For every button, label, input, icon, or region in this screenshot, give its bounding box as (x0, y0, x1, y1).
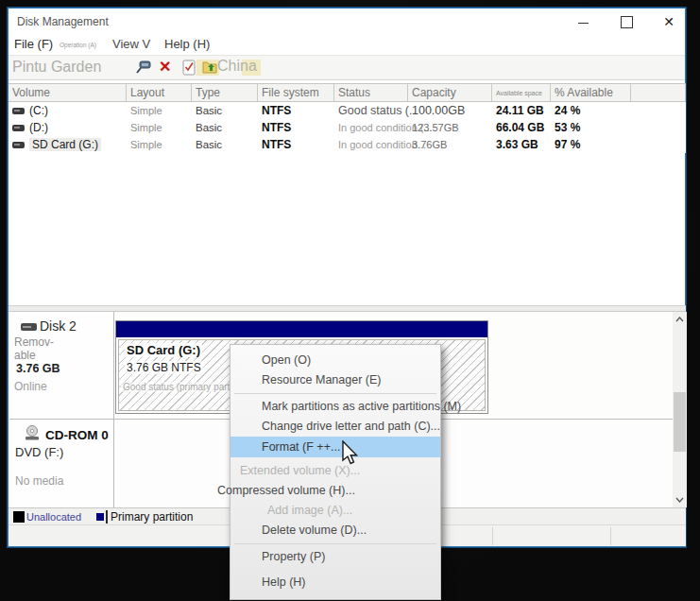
menu-file[interactable]: File (F) (14, 37, 53, 51)
volume-pct-available: 97 % (551, 138, 631, 151)
volume-available: 24.11 GB (492, 104, 551, 117)
menu-bar: File (F) Operation (A) View V Help (H) (9, 34, 685, 55)
toolbar-title: Pintu Garden (12, 59, 101, 76)
menu-item-add-image: Add image (A)... (230, 501, 440, 521)
drive-icon (12, 125, 25, 131)
desktop-background: Disk Management File (F) Operation (A) V… (0, 0, 700, 601)
volume-status: In good condition... (334, 139, 408, 150)
disk2-removable-label: Remov- able (14, 335, 54, 362)
partition-context-menu: Open (O) Resource Manager (E) Mark parti… (230, 344, 441, 600)
volume-status: Good status (.. (334, 104, 408, 117)
vertical-scrollbar[interactable] (673, 312, 687, 507)
volume-layout: Simple (127, 122, 192, 133)
cdrom-name: CD-ROM 0 (45, 428, 109, 442)
column-header-pct-available[interactable]: % Available (551, 84, 631, 101)
volume-name: (C:) (29, 104, 48, 117)
volume-name: (D:) (29, 121, 48, 134)
menu-item-compressed-volume[interactable]: Compressed volume (H)... (217, 481, 440, 501)
column-header-filler (631, 84, 686, 101)
status-bar-separator (492, 527, 493, 545)
unallocated-swatch (13, 511, 25, 523)
volume-name: SD Card (G:) (29, 138, 101, 151)
volume-capacity: 123.57GB (408, 122, 492, 133)
menu-separator (234, 543, 436, 544)
disk2-label-panel[interactable]: Disk 2 Remov- able 3.76 GB Online (9, 312, 114, 420)
volume-type: Basic (192, 122, 258, 133)
mouse-cursor (341, 440, 360, 466)
window-title: Disk Management (17, 15, 109, 28)
scroll-down-icon[interactable] (673, 492, 687, 507)
volume-capacity: 3.76GB (408, 139, 492, 150)
column-header-status[interactable]: Status (334, 84, 408, 101)
legend-primary-label: Primary partition (111, 510, 193, 524)
table-row-sd-card[interactable]: SD Card (G:) Simple Basic NTFS In good c… (9, 136, 686, 153)
column-header-type[interactable]: Type (192, 84, 258, 101)
column-header-capacity[interactable]: Capacity (408, 84, 492, 101)
menu-item-mark-active[interactable]: Mark partitions as active partitions (M) (230, 397, 440, 417)
toolbar-china-label: China (217, 58, 257, 75)
toolbar: Pintu Garden ✕ (9, 55, 685, 80)
menu-item-format[interactable]: Format (F ++... (230, 437, 440, 457)
primary-partition-color-bar (116, 321, 487, 337)
delete-x-icon[interactable]: ✕ (159, 58, 171, 76)
maximize-icon[interactable] (620, 15, 633, 28)
menu-item-help[interactable]: Help (H) (230, 573, 440, 592)
volume-layout: Simple (127, 139, 192, 150)
close-icon[interactable] (662, 15, 675, 28)
pane-divider[interactable] (9, 305, 686, 312)
cdrom-drive-letter: DVD (F:) (15, 445, 63, 459)
volume-table-body: (C:) Simple Basic NTFS Good status (.. 1… (9, 102, 686, 153)
folder-up-icon[interactable] (202, 60, 218, 78)
checklist-icon[interactable] (182, 60, 196, 79)
column-header-available-space[interactable]: Available space (492, 84, 551, 101)
scroll-up-icon[interactable] (673, 312, 687, 327)
legend-unallocated-label: Unallocated (26, 511, 81, 523)
partition-size-fs: 3.76 GB NTFS (125, 361, 203, 374)
menu-item-change-drive-letter[interactable]: Change drive letter and path (C)... (230, 417, 440, 437)
menu-item-property[interactable]: Property (P) (230, 547, 440, 567)
volume-pct-available: 24 % (551, 104, 631, 117)
menu-item-resource-manager[interactable]: Resource Manager (E) (230, 370, 440, 390)
disk2-name: Disk 2 (40, 318, 77, 334)
volume-type: Basic (192, 139, 258, 150)
volume-layout: Simple (127, 105, 192, 116)
status-bar-separator (610, 527, 611, 545)
volume-table-header: Volume Layout Type File system Status Ca… (9, 83, 686, 102)
menu-item-delete-volume[interactable]: Delete volume (D)... (230, 521, 440, 541)
volume-file-system: NTFS (258, 121, 334, 134)
volume-file-system: NTFS (258, 138, 334, 151)
volume-file-system: NTFS (258, 104, 334, 117)
legend-caret (106, 510, 108, 524)
menu-separator (234, 393, 436, 394)
volume-type: Basic (192, 105, 258, 116)
volume-available: 3.63 GB (492, 138, 551, 151)
cd-rom-icon (23, 425, 42, 445)
table-row-c-drive[interactable]: (C:) Simple Basic NTFS Good status (.. 1… (9, 102, 686, 119)
column-header-layout[interactable]: Layout (127, 84, 192, 101)
column-header-file-system[interactable]: File system (258, 84, 334, 101)
cdrom-media-status: No media (15, 474, 63, 488)
disk-icon (21, 323, 37, 331)
scrollbar-thumb[interactable] (674, 392, 686, 452)
partition-title: SD Card (G:) (125, 343, 202, 357)
primary-partition-swatch (96, 513, 104, 521)
table-row-d-drive[interactable]: (D:) Simple Basic NTFS In good condition… (9, 119, 686, 136)
magnifier-icon[interactable] (136, 60, 153, 78)
drive-icon (12, 108, 25, 114)
menu-help[interactable]: Help (H) (164, 37, 210, 51)
disk2-status: Online (14, 380, 47, 393)
cdrom-label-panel[interactable]: CD-ROM 0 DVD (F:) No media (9, 420, 114, 507)
volume-capacity: 100.00GB (408, 104, 492, 117)
volume-status: In good condition (... (334, 122, 408, 133)
minimize-icon[interactable] (577, 15, 590, 28)
disk2-size: 3.76 GB (16, 362, 60, 375)
volume-available: 66.04 GB (492, 121, 551, 134)
menu-view[interactable]: View V (112, 37, 150, 51)
column-header-volume[interactable]: Volume (9, 84, 127, 101)
drive-icon (12, 142, 25, 148)
menu-operation[interactable]: Operation (A) (60, 42, 96, 48)
menu-item-extended-volume: Extended volume (X)... (230, 461, 440, 481)
menu-item-open[interactable]: Open (O) (230, 351, 440, 370)
volume-pct-available: 53 % (551, 121, 631, 134)
title-bar[interactable]: Disk Management (9, 9, 685, 34)
